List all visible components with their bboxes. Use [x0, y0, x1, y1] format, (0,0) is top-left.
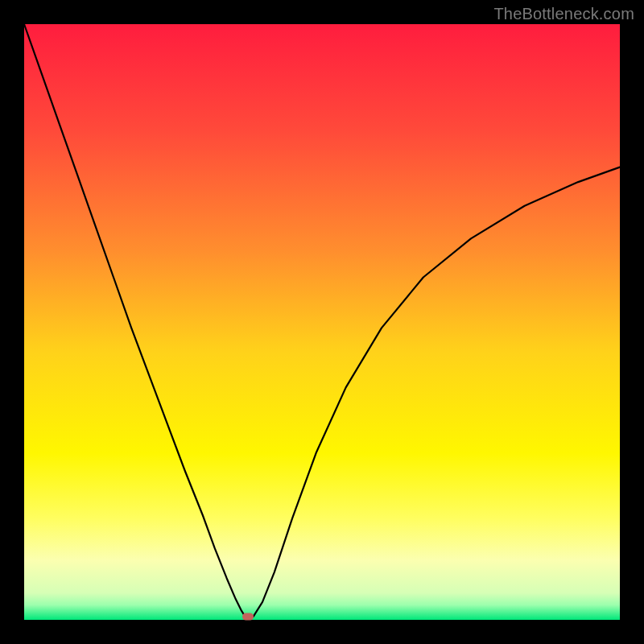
curve-svg	[24, 24, 620, 620]
plot-area	[24, 24, 620, 620]
min-marker	[242, 613, 254, 620]
chart-frame: TheBottleneck.com	[0, 0, 644, 644]
bottleneck-curve	[24, 24, 620, 619]
watermark-text: TheBottleneck.com	[493, 5, 634, 23]
